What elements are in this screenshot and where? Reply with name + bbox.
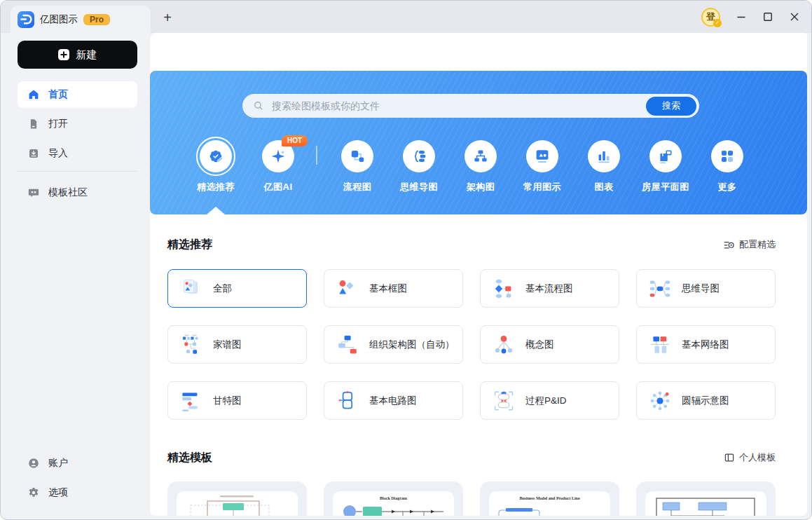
category-label: 流程图 bbox=[326, 181, 388, 193]
floor-plan-icon bbox=[649, 140, 682, 172]
basic-network-icon bbox=[648, 333, 672, 357]
sidebar-item-options[interactable]: 选项 bbox=[18, 479, 137, 506]
featured-card-gantt[interactable]: 甘特图 bbox=[167, 381, 307, 420]
search-button[interactable]: 搜索 bbox=[646, 97, 696, 116]
sidebar-item-label: 模板社区 bbox=[48, 186, 88, 199]
card-label: 思维导图 bbox=[682, 282, 720, 295]
card-label: 家谱图 bbox=[213, 338, 242, 351]
maximize-icon bbox=[763, 12, 773, 22]
minimize-button[interactable] bbox=[731, 7, 751, 27]
featured-card-org-chart-auto[interactable]: 组织架构图（自动） bbox=[324, 325, 463, 364]
category-label: 架构图 bbox=[450, 181, 511, 193]
template-thumbnail bbox=[645, 491, 766, 516]
process-pid-icon bbox=[492, 389, 516, 413]
sidebar-item-account[interactable]: 账户 bbox=[18, 450, 137, 477]
card-label: 过程P&ID bbox=[525, 395, 567, 407]
section-title: 精选模板 bbox=[167, 451, 212, 465]
template-thumbnail: Business Model and Product Line bbox=[489, 491, 610, 516]
card-label: 概念图 bbox=[525, 338, 554, 351]
app-window: 亿图图示 Pro + 登 ✓ bbox=[0, 0, 812, 520]
sidebar-item-label: 导入 bbox=[48, 147, 68, 160]
featured-card-basic-flowchart[interactable]: 基本流程图 bbox=[480, 269, 619, 308]
featured-badge-icon bbox=[200, 140, 232, 172]
personal-templates-icon bbox=[724, 452, 735, 463]
featured-card-family-tree[interactable]: 家谱图 bbox=[167, 325, 307, 364]
template-preview-card[interactable]: Business Model and Product Line bbox=[480, 481, 619, 516]
category-divider bbox=[316, 146, 317, 165]
account-person-icon bbox=[27, 457, 40, 470]
templates-section-header: 精选模板 个人模板 bbox=[167, 449, 776, 466]
sidebar-divider bbox=[18, 171, 137, 172]
radial-diagram-icon bbox=[648, 389, 672, 413]
new-document-button[interactable]: 新建 bbox=[18, 41, 137, 69]
minimize-icon bbox=[736, 12, 746, 22]
sidebar-item-label: 选项 bbox=[48, 486, 68, 499]
featured-card-all[interactable]: 全部 bbox=[167, 269, 307, 308]
new-button-label: 新建 bbox=[76, 48, 97, 62]
plus-icon bbox=[58, 49, 69, 60]
template-preview-card[interactable] bbox=[167, 481, 307, 516]
category-label: 亿图AI bbox=[247, 181, 309, 193]
featured-card-radial-diagram[interactable]: 圆辐示意图 bbox=[636, 381, 776, 420]
hero-banner: 搜索 精选推荐 HOT bbox=[150, 71, 807, 214]
banner-category-flowchart[interactable]: 流程图 bbox=[326, 140, 388, 193]
banner-category-mind-map[interactable]: 思维导图 bbox=[388, 140, 450, 193]
banner-category-featured[interactable]: 精选推荐 bbox=[185, 140, 247, 193]
flowchart-icon bbox=[341, 140, 373, 172]
new-tab-button[interactable]: + bbox=[158, 8, 177, 27]
banner-category-org-chart[interactable]: 架构图 bbox=[450, 140, 511, 193]
banner-category-more[interactable]: 更多 bbox=[696, 140, 758, 193]
card-label: 全部 bbox=[213, 282, 232, 295]
banner-category-floor-plan[interactable]: 房屋平面图 bbox=[635, 140, 696, 193]
template-thumbnail: Block Diagram bbox=[333, 491, 454, 516]
featured-card-mind-map[interactable]: 思维导图 bbox=[636, 269, 776, 308]
sidebar-item-open[interactable]: 打开 bbox=[18, 111, 137, 137]
template-thumbnail bbox=[177, 491, 298, 516]
configure-icon bbox=[722, 238, 735, 251]
maximize-button[interactable] bbox=[758, 7, 778, 27]
search-input[interactable] bbox=[270, 100, 640, 112]
org-chart-auto-icon bbox=[336, 333, 359, 357]
gantt-chart-icon bbox=[179, 389, 203, 413]
search-icon bbox=[252, 100, 265, 112]
featured-card-process-pid[interactable]: 过程P&ID bbox=[480, 381, 619, 420]
personal-templates-link[interactable]: 个人模板 bbox=[724, 451, 776, 464]
banner-category-common-graphics[interactable]: 常用图示 bbox=[511, 140, 573, 193]
search-bar: 搜索 bbox=[242, 94, 699, 118]
category-label: 常用图示 bbox=[511, 181, 573, 193]
mind-map-card-icon bbox=[648, 277, 672, 301]
basic-flowchart-icon bbox=[492, 277, 516, 301]
featured-section-header: 精选推荐 配置精选 bbox=[167, 236, 776, 253]
category-label: 思维导图 bbox=[388, 181, 450, 193]
template-title: Business Model and Product Line bbox=[489, 496, 610, 502]
main-content: 搜索 精选推荐 HOT bbox=[150, 33, 807, 516]
selected-category-pointer bbox=[207, 207, 225, 214]
user-avatar[interactable]: 登 ✓ bbox=[701, 8, 720, 27]
template-preview-card[interactable]: Block Diagram bbox=[324, 481, 463, 516]
featured-card-basic-circuit[interactable]: 基本电路图 bbox=[324, 381, 463, 420]
featured-card-concept-map[interactable]: 概念图 bbox=[480, 325, 619, 364]
featured-card-basic-network[interactable]: 基本网络图 bbox=[636, 325, 776, 364]
section-title: 精选推荐 bbox=[167, 238, 212, 252]
bar-chart-icon bbox=[588, 140, 620, 172]
app-tab[interactable]: 亿图图示 Pro bbox=[11, 6, 151, 33]
configure-featured-link[interactable]: 配置精选 bbox=[722, 238, 776, 251]
card-label: 基本网络图 bbox=[682, 338, 729, 351]
banner-category-chart[interactable]: 图表 bbox=[573, 140, 635, 193]
document-icon bbox=[27, 118, 40, 130]
card-label: 基本框图 bbox=[369, 282, 407, 295]
close-button[interactable] bbox=[785, 7, 804, 27]
sidebar-item-label: 首页 bbox=[48, 88, 68, 101]
close-icon bbox=[790, 12, 799, 22]
tab-bar: 亿图图示 Pro + 登 ✓ bbox=[1, 1, 811, 33]
category-label: 房屋平面图 bbox=[635, 181, 696, 193]
sidebar-item-template-community[interactable]: 模板社区 bbox=[18, 179, 137, 206]
mind-map-icon bbox=[403, 140, 435, 172]
family-tree-icon bbox=[179, 333, 203, 357]
featured-card-basic-diagram[interactable]: 基本框图 bbox=[324, 269, 463, 308]
sidebar-item-import[interactable]: 导入 bbox=[18, 140, 137, 167]
sidebar-item-home[interactable]: 首页 bbox=[18, 81, 137, 108]
banner-category-edraw-ai[interactable]: HOT 亿图AI bbox=[247, 140, 309, 193]
card-label: 基本流程图 bbox=[525, 282, 573, 295]
template-preview-card[interactable] bbox=[636, 481, 776, 516]
